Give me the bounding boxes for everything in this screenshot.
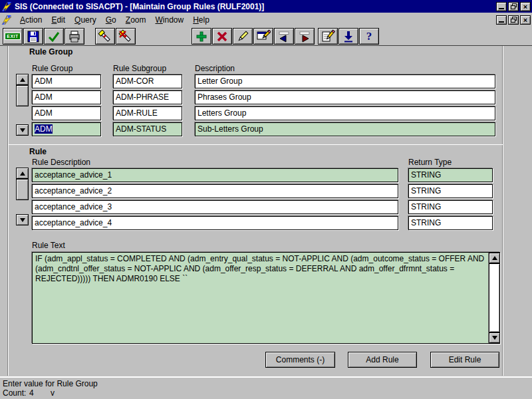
save-icon [27, 30, 40, 43]
printer-icon [68, 30, 81, 43]
help-button[interactable]: ? [359, 28, 379, 45]
return-type-field[interactable]: STRING [408, 216, 493, 230]
cancel-query-button[interactable] [116, 28, 136, 45]
field-text: Letter Group [198, 76, 242, 86]
return-type-field[interactable]: STRING [408, 200, 493, 214]
down-arrow-icon [342, 30, 355, 43]
exit-button[interactable]: EXIT [3, 28, 23, 45]
menu-bar: Action Edit Query Go Zoom Window Help × [0, 13, 532, 27]
menu-action[interactable]: Action [16, 14, 47, 26]
field-text: ADM [35, 76, 53, 86]
scroll-up-button[interactable] [489, 253, 500, 263]
status-indicator: v [51, 388, 55, 398]
execute-query-button[interactable] [95, 28, 115, 45]
close-button[interactable]: × [520, 2, 531, 11]
child-restore-button[interactable] [508, 15, 519, 25]
rule-description-field[interactable]: acceptance_advice_2 [32, 184, 398, 198]
canvas-left-border [7, 46, 9, 376]
column-label-rule-subgroup: Rule Subgroup [113, 64, 166, 73]
scroll-up-button[interactable] [16, 168, 29, 179]
description-field-selected[interactable]: Sub-Letters Group [195, 122, 495, 136]
return-type-field-selected[interactable]: STRING [408, 168, 493, 182]
minimize-button[interactable] [496, 2, 507, 11]
edit-button[interactable] [318, 28, 338, 45]
return-type-field[interactable]: STRING [408, 184, 493, 198]
minimize-icon [499, 21, 504, 23]
red-x-icon [215, 30, 229, 43]
close-icon: × [523, 17, 527, 23]
menu-help[interactable]: Help [189, 14, 215, 26]
window-pencil-icon [256, 29, 271, 44]
triangle-up-icon [492, 256, 497, 260]
description-field[interactable]: Phrases Group [195, 90, 495, 104]
insert-record-button[interactable] [192, 28, 211, 45]
rule-group-field[interactable]: ADM [32, 74, 101, 88]
field-text: ADM-PHRASE [116, 92, 169, 102]
rule-scrollbar[interactable] [16, 168, 29, 225]
section-divider [8, 144, 503, 145]
rule-subgroup-field[interactable]: ADM-RULE [113, 106, 182, 120]
window-title: SIS (Connected to SISACPT) - [Maintain G… [15, 2, 264, 11]
add-rule-button[interactable]: Add Rule [348, 352, 417, 368]
restore-button[interactable] [508, 2, 519, 11]
scroll-thumb[interactable] [16, 179, 29, 200]
rule-group-field-selected[interactable]: ADM [32, 122, 101, 136]
menu-query[interactable]: Query [70, 14, 102, 26]
rule-subgroup-field[interactable]: ADM-COR [113, 74, 182, 88]
app-icon [1, 1, 12, 12]
duplicate-record-button[interactable] [253, 28, 273, 45]
next-arrow-icon [298, 30, 311, 43]
column-label-description: Description [195, 64, 235, 73]
rule-text-area[interactable]: IF (adm_appl_status = COMPLETED AND (adm… [32, 252, 500, 344]
restore-icon [511, 17, 517, 23]
rule-section-title: Rule [29, 147, 47, 156]
rule-description-field-selected[interactable]: acceptance_advice_1 [32, 168, 398, 182]
exit-icon: EXIT [5, 33, 21, 40]
print-button[interactable] [65, 28, 84, 45]
child-close-button[interactable]: × [520, 15, 531, 25]
menu-zoom[interactable]: Zoom [122, 14, 152, 26]
menu-go[interactable]: Go [102, 14, 122, 26]
scroll-down-button[interactable] [16, 124, 29, 136]
rule-description-field[interactable]: acceptance_advice_3 [32, 200, 398, 214]
plus-icon [195, 30, 208, 43]
description-field[interactable]: Letters Group [195, 106, 495, 120]
rule-subgroup-field[interactable]: ADM-PHRASE [113, 90, 182, 104]
description-field[interactable]: Letter Group [195, 74, 495, 88]
previous-record-button[interactable] [274, 28, 294, 45]
rule-group-field[interactable]: ADM [32, 90, 101, 104]
checkmark-icon [47, 30, 61, 43]
record-count-label: Count: [3, 388, 26, 398]
selected-text: ADM [35, 124, 53, 134]
field-text: acceptance_advice_3 [35, 202, 112, 211]
scroll-thumb[interactable] [16, 85, 29, 106]
column-label-rule-description: Rule Description [32, 158, 90, 167]
delete-record-button[interactable] [212, 28, 232, 45]
scroll-thumb[interactable] [489, 263, 500, 332]
rule-subgroup-field-selected[interactable]: ADM-STATUS [113, 122, 182, 136]
triangle-down-icon [492, 336, 497, 340]
child-minimize-button[interactable] [496, 15, 507, 25]
scroll-up-button[interactable] [16, 74, 29, 85]
menu-edit[interactable]: Edit [47, 14, 70, 26]
rule-text-scrollbar[interactable] [488, 253, 499, 343]
rule-group-section-title: Rule Group [29, 47, 72, 57]
edit-rule-button[interactable]: Edit Rule [430, 352, 499, 368]
rule-description-field[interactable]: acceptance_advice_4 [32, 216, 398, 230]
menu-window[interactable]: Window [151, 14, 189, 26]
field-text: ADM [35, 108, 53, 118]
edit-pencil-icon [321, 29, 335, 44]
commit-check-button[interactable] [44, 28, 64, 45]
scroll-down-button[interactable] [489, 332, 500, 343]
lock-record-button[interactable] [233, 28, 253, 45]
canvas-right-border [502, 46, 503, 376]
rule-group-scrollbar[interactable] [16, 74, 29, 136]
field-text: STRING [411, 218, 441, 227]
list-values-button[interactable] [338, 28, 358, 45]
comments-button[interactable]: Comments (-) [265, 352, 335, 368]
next-record-button[interactable] [295, 28, 315, 45]
save-button[interactable] [23, 28, 43, 45]
scroll-down-button[interactable] [16, 214, 29, 225]
rule-group-field[interactable]: ADM [32, 106, 101, 120]
field-text: acceptance_advice_2 [35, 186, 112, 196]
